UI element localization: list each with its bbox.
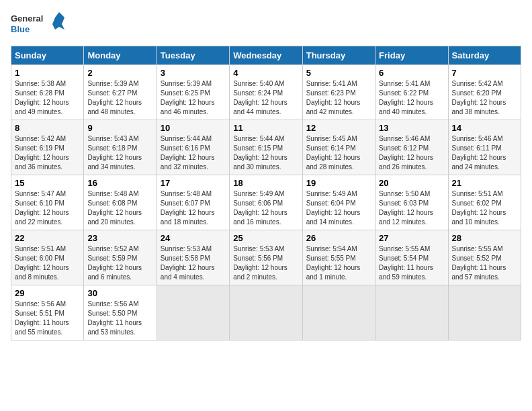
day-cell: 26 Sunrise: 5:54 AM Sunset: 5:55 PM Dayl… [302,230,375,285]
day-cell: 6 Sunrise: 5:41 AM Sunset: 6:22 PM Dayli… [375,65,448,120]
day-info: Sunrise: 5:43 AM Sunset: 6:18 PM Dayligh… [87,134,152,172]
day-info: Sunrise: 5:56 AM Sunset: 5:50 PM Dayligh… [87,300,152,337]
day-cell: 25 Sunrise: 5:53 AM Sunset: 5:56 PM Dayl… [230,230,302,285]
day-number: 23 [87,233,152,243]
week-row-3: 15 Sunrise: 5:47 AM Sunset: 6:10 PM Dayl… [11,175,521,230]
day-number: 6 [379,68,444,78]
day-cell: 18 Sunrise: 5:49 AM Sunset: 6:06 PM Dayl… [230,175,302,230]
day-info: Sunrise: 5:54 AM Sunset: 5:55 PM Dayligh… [306,244,371,282]
day-cell: 3 Sunrise: 5:39 AM Sunset: 6:25 PM Dayli… [157,65,229,120]
day-number: 27 [379,233,444,243]
day-cell: 21 Sunrise: 5:51 AM Sunset: 6:02 PM Dayl… [448,175,521,230]
day-number: 19 [306,178,371,188]
calendar-table: SundayMondayTuesdayWednesdayThursdayFrid… [11,46,521,340]
svg-text:Blue: Blue [11,24,30,34]
svg-marker-2 [52,12,64,30]
day-header-friday: Friday [375,46,448,65]
day-info: Sunrise: 5:51 AM Sunset: 6:02 PM Dayligh… [452,189,517,227]
day-number: 11 [233,123,298,133]
day-cell: 10 Sunrise: 5:44 AM Sunset: 6:16 PM Dayl… [157,120,229,175]
day-info: Sunrise: 5:40 AM Sunset: 6:24 PM Dayligh… [233,79,298,117]
day-cell: 29 Sunrise: 5:56 AM Sunset: 5:51 PM Dayl… [11,285,84,340]
day-number: 24 [161,233,226,243]
day-cell: 14 Sunrise: 5:46 AM Sunset: 6:11 PM Dayl… [448,120,521,175]
day-number: 5 [306,68,371,78]
day-cell: 19 Sunrise: 5:49 AM Sunset: 6:04 PM Dayl… [302,175,375,230]
day-cell: 9 Sunrise: 5:43 AM Sunset: 6:18 PM Dayli… [84,120,157,175]
day-info: Sunrise: 5:55 AM Sunset: 5:52 PM Dayligh… [452,244,517,282]
day-cell: 7 Sunrise: 5:42 AM Sunset: 6:20 PM Dayli… [448,65,521,120]
day-info: Sunrise: 5:42 AM Sunset: 6:19 PM Dayligh… [15,134,80,172]
week-row-5: 29 Sunrise: 5:56 AM Sunset: 5:51 PM Dayl… [11,285,521,340]
day-number: 15 [15,178,80,188]
day-cell [157,285,229,340]
day-header-monday: Monday [84,46,157,65]
day-number: 18 [233,178,298,188]
day-number: 16 [87,178,152,188]
day-info: Sunrise: 5:48 AM Sunset: 6:07 PM Dayligh… [161,189,226,227]
day-cell: 27 Sunrise: 5:55 AM Sunset: 5:54 PM Dayl… [375,230,448,285]
day-info: Sunrise: 5:47 AM Sunset: 6:10 PM Dayligh… [15,189,80,227]
day-number: 30 [87,288,152,298]
day-info: Sunrise: 5:49 AM Sunset: 6:04 PM Dayligh… [306,189,371,227]
day-info: Sunrise: 5:44 AM Sunset: 6:16 PM Dayligh… [161,134,226,172]
day-info: Sunrise: 5:56 AM Sunset: 5:51 PM Dayligh… [15,300,80,337]
day-cell: 24 Sunrise: 5:53 AM Sunset: 5:58 PM Dayl… [157,230,229,285]
week-row-2: 8 Sunrise: 5:42 AM Sunset: 6:19 PM Dayli… [11,120,521,175]
day-header-sunday: Sunday [11,46,84,65]
week-row-1: 1 Sunrise: 5:38 AM Sunset: 6:28 PM Dayli… [11,65,521,120]
day-cell [375,285,448,340]
day-cell: 20 Sunrise: 5:50 AM Sunset: 6:03 PM Dayl… [375,175,448,230]
logo-icon: General Blue [11,11,64,38]
day-number: 17 [161,178,226,188]
day-cell: 28 Sunrise: 5:55 AM Sunset: 5:52 PM Dayl… [448,230,521,285]
day-header-thursday: Thursday [302,46,375,65]
day-cell: 1 Sunrise: 5:38 AM Sunset: 6:28 PM Dayli… [11,65,84,120]
day-cell: 8 Sunrise: 5:42 AM Sunset: 6:19 PM Dayli… [11,120,84,175]
day-header-row: SundayMondayTuesdayWednesdayThursdayFrid… [11,46,521,65]
day-number: 12 [306,123,371,133]
week-row-4: 22 Sunrise: 5:51 AM Sunset: 6:00 PM Dayl… [11,230,521,285]
day-number: 14 [452,123,517,133]
day-cell: 5 Sunrise: 5:41 AM Sunset: 6:23 PM Dayli… [302,65,375,120]
day-cell: 22 Sunrise: 5:51 AM Sunset: 6:00 PM Dayl… [11,230,84,285]
day-number: 3 [161,68,226,78]
day-info: Sunrise: 5:46 AM Sunset: 6:12 PM Dayligh… [379,134,444,172]
day-info: Sunrise: 5:41 AM Sunset: 6:23 PM Dayligh… [306,79,371,117]
day-number: 29 [15,288,80,298]
day-info: Sunrise: 5:51 AM Sunset: 6:00 PM Dayligh… [15,244,80,282]
day-cell: 30 Sunrise: 5:56 AM Sunset: 5:50 PM Dayl… [84,285,157,340]
logo: General Blue [11,11,64,38]
day-cell: 12 Sunrise: 5:45 AM Sunset: 6:14 PM Dayl… [302,120,375,175]
day-header-saturday: Saturday [448,46,521,65]
day-number: 26 [306,233,371,243]
day-number: 10 [161,123,226,133]
day-number: 13 [379,123,444,133]
day-info: Sunrise: 5:52 AM Sunset: 5:59 PM Dayligh… [87,244,152,282]
day-cell [448,285,521,340]
day-info: Sunrise: 5:53 AM Sunset: 5:56 PM Dayligh… [233,244,298,282]
day-info: Sunrise: 5:55 AM Sunset: 5:54 PM Dayligh… [379,244,444,282]
day-info: Sunrise: 5:42 AM Sunset: 6:20 PM Dayligh… [452,79,517,117]
day-cell: 23 Sunrise: 5:52 AM Sunset: 5:59 PM Dayl… [84,230,157,285]
day-info: Sunrise: 5:44 AM Sunset: 6:15 PM Dayligh… [233,134,298,172]
day-cell: 17 Sunrise: 5:48 AM Sunset: 6:07 PM Dayl… [157,175,229,230]
day-info: Sunrise: 5:50 AM Sunset: 6:03 PM Dayligh… [379,189,444,227]
day-info: Sunrise: 5:53 AM Sunset: 5:58 PM Dayligh… [161,244,226,282]
day-info: Sunrise: 5:48 AM Sunset: 6:08 PM Dayligh… [87,189,152,227]
day-cell: 11 Sunrise: 5:44 AM Sunset: 6:15 PM Dayl… [230,120,302,175]
day-number: 4 [233,68,298,78]
day-header-tuesday: Tuesday [157,46,229,65]
day-number: 28 [452,233,517,243]
svg-text:General: General [11,13,43,24]
day-cell: 4 Sunrise: 5:40 AM Sunset: 6:24 PM Dayli… [230,65,302,120]
day-info: Sunrise: 5:38 AM Sunset: 6:28 PM Dayligh… [15,79,80,117]
day-cell [230,285,302,340]
day-cell: 15 Sunrise: 5:47 AM Sunset: 6:10 PM Dayl… [11,175,84,230]
day-number: 21 [452,178,517,188]
day-cell: 16 Sunrise: 5:48 AM Sunset: 6:08 PM Dayl… [84,175,157,230]
day-info: Sunrise: 5:39 AM Sunset: 6:25 PM Dayligh… [161,79,226,117]
day-number: 1 [15,68,80,78]
day-number: 8 [15,123,80,133]
day-info: Sunrise: 5:45 AM Sunset: 6:14 PM Dayligh… [306,134,371,172]
